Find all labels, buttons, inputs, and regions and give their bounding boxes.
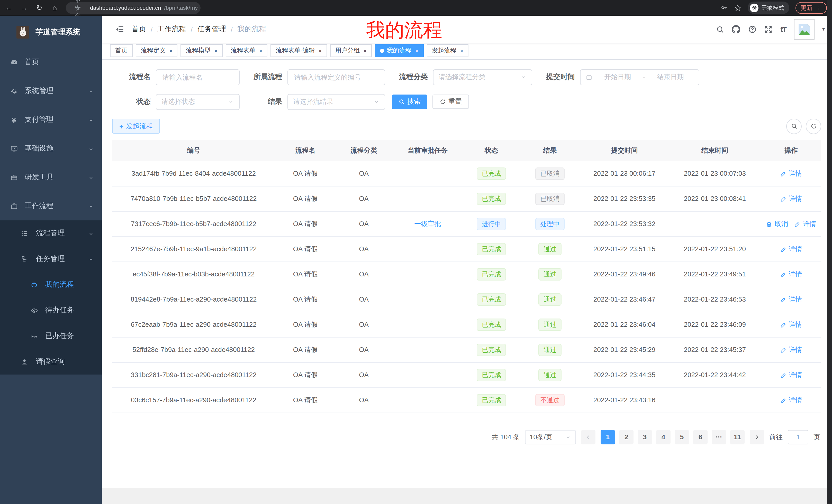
tab-close-icon[interactable]: × [364,48,367,54]
sidebar-item-基础设施[interactable]: 基础设施 [0,134,102,163]
cell-status: 已完成 [463,312,520,337]
sidebar-item-已办任务[interactable]: 已办任务 [0,323,102,349]
detail-action-link[interactable]: 详情 [780,396,802,405]
home-icon[interactable]: ⌂ [50,4,59,12]
breadcrumb-item[interactable]: 首页 [132,25,146,34]
page-button-6[interactable]: 6 [693,430,707,444]
tab-close-icon[interactable]: × [169,48,173,54]
sidebar-item-请假查询[interactable]: 请假查询 [0,349,102,374]
cell-end-time: 2022-01-22 23:46:09 [669,312,761,337]
page-size-select[interactable]: 10条/页 [525,430,576,444]
cell-end-time: 2022-01-22 23:46:53 [669,287,761,312]
reset-button[interactable]: 重置 [433,95,469,109]
detail-action-link[interactable]: 详情 [794,219,816,229]
status-select[interactable]: 请选择状态 [156,94,240,110]
app-logo[interactable]: 芋道管理系统 [0,16,102,48]
address-bar[interactable]: 不安全 dashboard.yudao.iocoder.cn/bpm/task/… [66,2,201,13]
tab-流程表单[interactable]: 流程表单× [226,45,268,57]
kebab-menu-icon[interactable]: ⋮ [816,4,822,11]
tab-流程表单-编辑[interactable]: 流程表单-编辑× [271,45,327,57]
page-button-5[interactable]: 5 [675,430,689,444]
search-icon [398,99,405,105]
detail-action-link[interactable]: 详情 [780,295,802,304]
table-search-toggle-button[interactable] [786,119,802,134]
github-icon[interactable] [732,25,740,33]
more-pages-button[interactable]: ··· [712,430,726,444]
create-process-button[interactable]: + 发起流程 [112,119,160,134]
sidebar-item-支付管理[interactable]: ¥支付管理 [0,105,102,134]
detail-action-label: 详情 [803,219,816,229]
avatar[interactable] [794,19,814,39]
tab-close-icon[interactable]: × [259,48,262,54]
sidebar-item-首页[interactable]: 首页 [0,48,102,77]
bottom-band [102,488,832,504]
page-button-1[interactable]: 1 [601,430,615,444]
sidebar-item-我的流程[interactable]: 我的流程 [0,272,102,298]
tab-close-icon[interactable]: × [214,48,217,54]
tab-首页[interactable]: 首页 [110,45,133,57]
breadcrumb-item[interactable]: 工作流程 [157,25,186,34]
sidebar-item-研发工具[interactable]: 研发工具 [0,163,102,192]
result-select[interactable]: 请选择流结果 [287,94,385,110]
cell-actions: 详情 [761,236,821,262]
cell-submit-time: 2022-01-22 23:51:15 [580,236,669,262]
chevron-down-icon [565,434,571,440]
page-button-2[interactable]: 2 [619,430,633,444]
tab-流程定义[interactable]: 流程定义× [136,45,178,57]
back-icon[interactable]: ← [4,4,13,12]
sidebar-item-流程管理[interactable]: 流程管理 [0,220,102,246]
page-button-11[interactable]: 11 [730,430,745,444]
goto-page-input[interactable] [788,430,808,444]
next-page-button[interactable] [750,430,764,444]
caret-down-icon[interactable]: ▾ [822,26,825,32]
star-icon[interactable] [734,4,742,11]
breadcrumb-item[interactable]: 任务管理 [198,25,226,34]
sidebar-item-工作流程[interactable]: 工作流程 [0,192,102,220]
tab-close-icon[interactable]: × [460,48,463,54]
detail-action-link[interactable]: 详情 [780,270,802,279]
process-name-input[interactable] [156,69,240,85]
page-button-3[interactable]: 3 [638,430,652,444]
window-scrollbar[interactable] [827,0,832,504]
sidebar-toggle-icon[interactable] [115,25,125,34]
sidebar-item-待办任务[interactable]: 待办任务 [0,298,102,323]
current-task-link[interactable]: 一级审批 [414,220,441,228]
search-button[interactable]: 搜索 [392,95,427,109]
page-button-4[interactable]: 4 [656,430,671,444]
search-icon[interactable] [716,25,724,33]
detail-action-link[interactable]: 详情 [780,169,802,178]
definition-id-input[interactable] [287,69,385,85]
category-select[interactable]: 请选择流程分类 [433,69,532,85]
detail-action-link[interactable]: 详情 [780,370,802,380]
update-button[interactable]: 更新 ⋮ [796,2,827,13]
fullscreen-icon[interactable] [764,25,773,33]
detail-action-link[interactable]: 详情 [780,194,802,203]
cancel-action-label: 取消 [775,219,788,229]
detail-action-link[interactable]: 详情 [780,245,802,254]
detail-action-link[interactable]: 详情 [780,320,802,329]
table-refresh-button[interactable] [806,119,821,134]
font-size-icon[interactable]: tT [781,25,786,33]
key-icon[interactable] [721,4,728,11]
tab-用户分组[interactable]: 用户分组× [330,45,372,57]
tab-流程模型[interactable]: 流程模型× [181,45,223,57]
sidebar-item-系统管理[interactable]: 系统管理 [0,77,102,105]
submit-time-range[interactable]: 开始日期 - 结束日期 [580,69,699,85]
tab-发起流程[interactable]: 发起流程× [426,45,468,57]
detail-action-link[interactable]: 详情 [780,345,802,355]
tab-close-icon[interactable]: × [415,48,418,54]
cell-process-id: 2152467e-7b9b-11ec-9a1b-acde48001122 [112,236,275,262]
cancel-action-link[interactable]: 取消 [766,219,788,229]
reload-icon[interactable]: ↻ [35,4,44,12]
cell-status: 已完成 [463,388,520,413]
sidebar-item-任务管理[interactable]: 任务管理 [0,246,102,272]
incognito-badge[interactable]: 无痕模式 [748,2,789,14]
chevron-down-icon [373,99,380,105]
chevron-down-icon [88,230,94,237]
tab-我的流程[interactable]: 我的流程× [375,45,423,57]
tab-close-icon[interactable]: × [318,48,322,54]
forward-icon[interactable]: → [20,4,28,12]
prev-page-button[interactable] [581,430,595,444]
result-badge: 处理中 [535,218,565,230]
help-icon[interactable] [748,25,757,33]
